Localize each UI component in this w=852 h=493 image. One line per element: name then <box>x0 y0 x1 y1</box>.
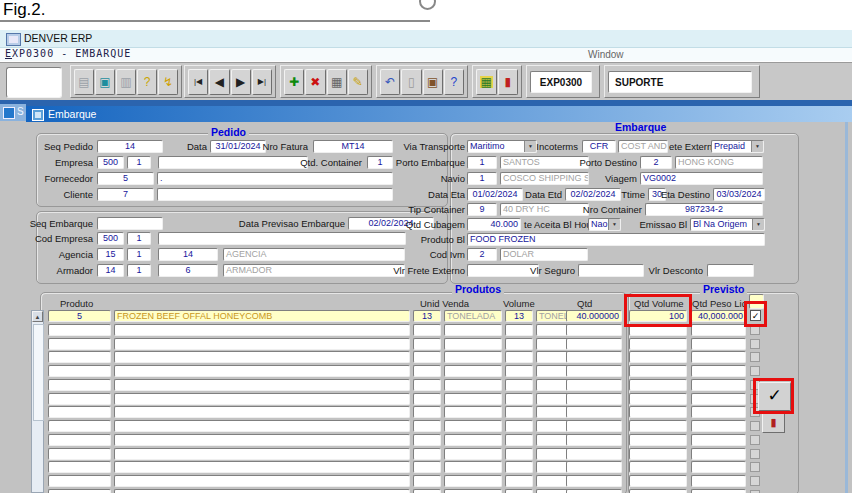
table-cell-qtd_peso_liq[interactable] <box>691 338 746 350</box>
table-cell-qtd_peso_liq[interactable] <box>691 489 746 493</box>
table-cell-unid_desc[interactable] <box>444 365 502 377</box>
table-cell-produto[interactable] <box>48 338 111 350</box>
table-cell-produto[interactable] <box>48 406 111 418</box>
table-cell-vol_cod[interactable] <box>505 434 533 446</box>
table-cell-descricao[interactable] <box>114 393 410 405</box>
table-cell-produto[interactable] <box>48 489 111 493</box>
table-cell-vol_cod[interactable] <box>505 461 533 473</box>
table-cell-qtd_peso_liq[interactable] <box>691 324 746 336</box>
table-cell-unid_desc[interactable] <box>444 324 502 336</box>
row-checkbox[interactable] <box>750 476 760 486</box>
table-cell-unid_cod[interactable]: 13 <box>413 310 441 322</box>
table-cell-produto[interactable] <box>48 448 111 460</box>
table-cell-unid_desc[interactable]: TONELADA <box>444 310 502 322</box>
table-cell-qtd_volume[interactable] <box>629 420 687 432</box>
table-cell-descricao[interactable] <box>114 489 410 493</box>
table-cell-unid_desc[interactable] <box>444 406 502 418</box>
table-cell-unid_desc[interactable] <box>444 448 502 460</box>
table-cell-vol_cod[interactable] <box>505 338 533 350</box>
table-cell-vol_cod[interactable] <box>505 379 533 391</box>
table-cell-unid_desc[interactable] <box>444 379 502 391</box>
table-cell-vol_cod[interactable] <box>505 420 533 432</box>
table-cell-qtd_peso_liq[interactable] <box>691 461 746 473</box>
row-checkbox[interactable] <box>750 435 760 445</box>
table-cell-vol_cod[interactable] <box>505 351 533 363</box>
table-cell-qtd_volume[interactable] <box>629 379 687 391</box>
table-cell-produto[interactable] <box>48 393 111 405</box>
table-cell-qtd[interactable] <box>566 448 622 460</box>
table-cell-descricao[interactable] <box>114 379 410 391</box>
table-cell-descricao[interactable]: FROZEN BEEF OFFAL HONEYCOMB <box>114 310 410 322</box>
table-cell-unid_cod[interactable] <box>413 365 441 377</box>
table-cell-qtd_peso_liq[interactable] <box>691 379 746 391</box>
table-cell-qtd[interactable] <box>566 489 622 493</box>
table-cell-vol_cod[interactable] <box>505 324 533 336</box>
table-cell-unid_cod[interactable] <box>413 475 441 487</box>
table-cell-qtd_volume[interactable] <box>629 434 687 446</box>
table-cell-qtd_peso_liq[interactable] <box>691 365 746 377</box>
table-cell-descricao[interactable] <box>114 324 410 336</box>
table-cell-vol_cod[interactable] <box>505 365 533 377</box>
table-cell-qtd[interactable] <box>566 379 622 391</box>
table-cell-descricao[interactable] <box>114 338 410 350</box>
table-cell-qtd[interactable] <box>566 461 622 473</box>
table-cell-vol_cod[interactable] <box>505 475 533 487</box>
table-cell-qtd[interactable] <box>566 434 622 446</box>
table-cell-qtd_volume[interactable] <box>629 393 687 405</box>
table-cell-qtd[interactable] <box>566 393 622 405</box>
table-cell-vol_cod[interactable] <box>505 393 533 405</box>
table-cell-unid_desc[interactable] <box>444 461 502 473</box>
table-cell-qtd_peso_liq[interactable] <box>691 448 746 460</box>
table-cell-produto[interactable] <box>48 420 111 432</box>
table-cell-qtd_peso_liq[interactable] <box>691 420 746 432</box>
table-cell-vol_cod[interactable] <box>505 448 533 460</box>
table-cell-descricao[interactable] <box>114 365 410 377</box>
table-cell-produto[interactable] <box>48 475 111 487</box>
table-cell-unid_cod[interactable] <box>413 461 441 473</box>
table-cell-descricao[interactable] <box>114 434 410 446</box>
table-cell-unid_desc[interactable] <box>444 489 502 493</box>
row-checkbox[interactable] <box>750 462 760 472</box>
table-cell-unid_desc[interactable] <box>444 420 502 432</box>
table-cell-unid_cod[interactable] <box>413 434 441 446</box>
table-cell-qtd_volume[interactable] <box>629 461 687 473</box>
table-cell-produto[interactable] <box>48 379 111 391</box>
table-cell-unid_cod[interactable] <box>413 448 441 460</box>
table-cell-unid_cod[interactable] <box>413 324 441 336</box>
row-checkbox[interactable] <box>750 421 760 431</box>
table-cell-unid_desc[interactable] <box>444 434 502 446</box>
table-cell-unid_desc[interactable] <box>444 338 502 350</box>
table-cell-unid_desc[interactable] <box>444 351 502 363</box>
table-cell-vol_cod[interactable] <box>505 406 533 418</box>
table-cell-qtd_peso_liq[interactable] <box>691 393 746 405</box>
table-cell-produto[interactable] <box>48 365 111 377</box>
table-cell-descricao[interactable] <box>114 448 410 460</box>
table-cell-unid_desc[interactable] <box>444 475 502 487</box>
table-cell-qtd_volume[interactable] <box>629 489 687 493</box>
table-cell-produto[interactable] <box>48 434 111 446</box>
row-checkbox[interactable] <box>750 339 760 349</box>
table-cell-qtd_volume[interactable] <box>629 338 687 350</box>
table-cell-qtd_peso_liq[interactable] <box>691 406 746 418</box>
table-cell-qtd_volume[interactable] <box>629 406 687 418</box>
row-checkbox[interactable] <box>750 449 760 459</box>
table-cell-qtd[interactable] <box>566 365 622 377</box>
table-cell-vol_cod[interactable]: 13 <box>505 310 533 322</box>
table-cell-qtd_volume[interactable] <box>629 448 687 460</box>
table-cell-unid_cod[interactable] <box>413 406 441 418</box>
table-cell-unid_cod[interactable] <box>413 338 441 350</box>
table-cell-unid_cod[interactable] <box>413 351 441 363</box>
table-cell-qtd_volume[interactable] <box>629 475 687 487</box>
table-cell-unid_cod[interactable] <box>413 489 441 493</box>
table-cell-unid_cod[interactable] <box>413 420 441 432</box>
table-cell-qtd[interactable] <box>566 351 622 363</box>
table-cell-descricao[interactable] <box>114 351 410 363</box>
table-cell-qtd_volume[interactable] <box>629 351 687 363</box>
table-cell-descricao[interactable] <box>114 461 410 473</box>
table-cell-qtd_peso_liq[interactable] <box>691 351 746 363</box>
table-cell-descricao[interactable] <box>114 475 410 487</box>
table-cell-qtd_peso_liq[interactable] <box>691 434 746 446</box>
row-checkbox[interactable] <box>750 366 760 376</box>
table-cell-qtd[interactable] <box>566 324 622 336</box>
table-cell-qtd[interactable] <box>566 420 622 432</box>
